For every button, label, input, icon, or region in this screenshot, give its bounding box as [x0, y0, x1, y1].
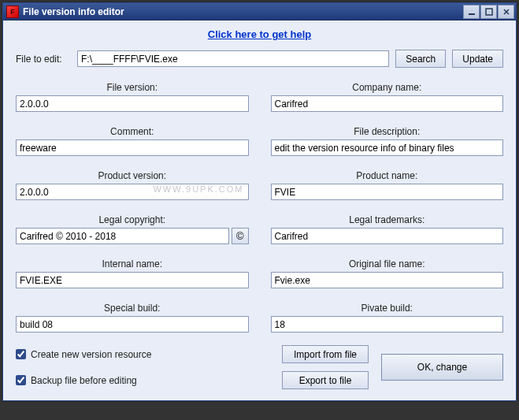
close-button[interactable] [498, 5, 514, 19]
product-version-cell: Product version: WWW.9UPK.COM [16, 170, 249, 200]
private-build-label: Pivate build: [361, 303, 413, 314]
comment-input[interactable] [16, 139, 249, 156]
legal-copyright-input[interactable] [16, 228, 229, 244]
help-link[interactable]: Click here to get help [16, 28, 503, 40]
product-name-input[interactable] [271, 184, 504, 200]
comment-cell: Comment: [16, 126, 249, 156]
private-build-input[interactable] [271, 316, 504, 333]
file-to-edit-label: File to edit: [16, 54, 71, 65]
file-to-edit-row: File to edit: Search Update [16, 50, 503, 68]
svg-rect-0 [469, 13, 475, 15]
legal-trademarks-label: Legal trademarks: [349, 214, 424, 225]
company-name-cell: Company name: [271, 82, 504, 112]
file-description-cell: File description: [271, 126, 504, 156]
bottom-controls: Create new version resource Import from … [16, 345, 503, 389]
create-new-version-label: Create new version resource [31, 349, 151, 360]
product-name-cell: Product name: [271, 170, 504, 200]
backup-file-checkbox-row[interactable]: Backup file before editing [16, 375, 269, 386]
copyright-insert-button[interactable]: © [232, 228, 248, 244]
create-new-version-checkbox-row[interactable]: Create new version resource [16, 349, 269, 360]
private-build-cell: Pivate build: [271, 303, 504, 333]
original-file-name-input[interactable] [271, 272, 504, 288]
file-description-label: File description: [354, 126, 420, 137]
special-build-cell: Special build: [16, 303, 249, 333]
close-icon [502, 8, 510, 16]
internal-name-cell: Internal name: [16, 258, 249, 288]
maximize-button[interactable] [480, 5, 497, 19]
special-build-input[interactable] [16, 316, 249, 333]
file-version-cell: File version: [16, 82, 249, 112]
legal-copyright-label: Legal copyright: [98, 214, 165, 225]
backup-file-label: Backup file before editing [31, 375, 137, 386]
import-from-file-button[interactable]: Import from file [282, 345, 369, 363]
svg-rect-1 [486, 9, 492, 15]
internal-name-label: Internal name: [102, 258, 162, 269]
titlebar: F File version info editor [3, 3, 516, 20]
special-build-label: Special build: [104, 303, 160, 314]
file-version-input[interactable] [16, 95, 249, 112]
maximize-icon [485, 8, 493, 16]
product-name-label: Product name: [356, 170, 417, 181]
file-path-input[interactable] [77, 50, 389, 67]
window-title: File version info editor [23, 6, 463, 17]
file-description-input[interactable] [271, 139, 504, 156]
window: F File version info editor Click here to… [2, 2, 517, 401]
file-version-label: File version: [106, 82, 158, 93]
content: Click here to get help File to edit: Sea… [3, 20, 516, 400]
search-button[interactable]: Search [395, 50, 446, 68]
original-file-name-label: Original file name: [349, 258, 425, 269]
legal-trademarks-input[interactable] [271, 228, 504, 244]
ok-change-button[interactable]: OK, change [381, 354, 503, 381]
company-name-input[interactable] [271, 95, 504, 112]
legal-trademarks-cell: Legal trademarks: [271, 214, 504, 244]
minimize-button[interactable] [463, 5, 480, 19]
fields-grid: File version: Company name: Comment: Fil… [16, 82, 503, 333]
product-version-label: Product version: [98, 170, 166, 181]
backup-file-checkbox[interactable] [16, 375, 26, 385]
product-version-input[interactable] [16, 184, 249, 200]
minimize-icon [468, 8, 476, 16]
app-icon: F [6, 6, 19, 18]
comment-label: Comment: [110, 126, 154, 137]
update-button[interactable]: Update [452, 50, 503, 68]
export-to-file-button[interactable]: Export to file [282, 371, 369, 389]
create-new-version-checkbox[interactable] [16, 349, 26, 359]
original-file-name-cell: Original file name: [271, 258, 504, 288]
legal-copyright-cell: Legal copyright: © [16, 214, 249, 244]
internal-name-input[interactable] [16, 272, 249, 288]
company-name-label: Company name: [352, 82, 421, 93]
